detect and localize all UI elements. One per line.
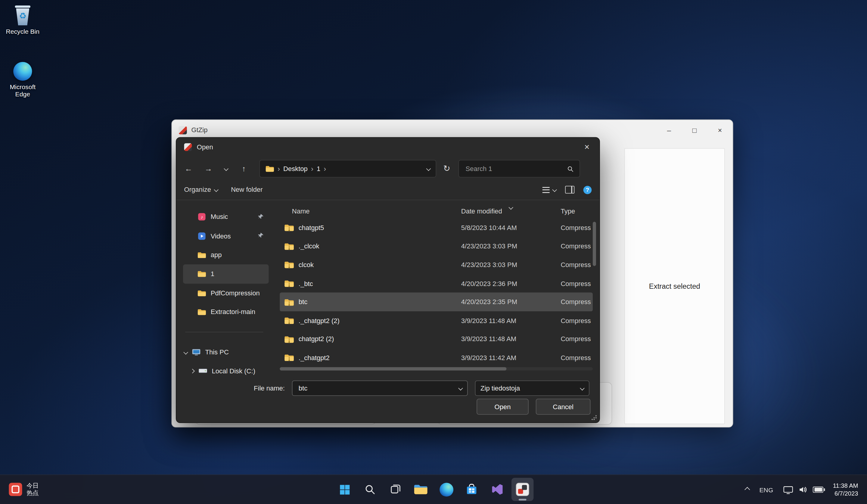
sidebar-item-extractori-main[interactable]: Extractori-main: [183, 303, 269, 322]
sidebar-item-videos[interactable]: Videos: [183, 226, 269, 245]
file-row-dot-chatgpt2-2[interactable]: ._chatgpt2 (2) 3/9/2023 11:48 AM Compres…: [280, 311, 593, 330]
chevron-down-icon[interactable]: [580, 386, 585, 391]
file-row-dot-clcok[interactable]: ._clcok 4/23/2023 3:03 PM Compress: [280, 237, 593, 256]
desktop-icon-edge[interactable]: Microsoft Edge: [4, 62, 41, 98]
column-header-type[interactable]: Type: [560, 207, 593, 215]
sidebar-item-local-disk-c[interactable]: Local Disk (C:): [183, 362, 269, 380]
up-button[interactable]: ↑: [234, 160, 254, 177]
breadcrumb-folder-1[interactable]: 1: [317, 165, 320, 172]
file-explorer-icon: [414, 483, 428, 495]
file-row-dot-chatgpt2[interactable]: ._chatgpt2 3/9/2023 11:42 AM Compress: [280, 348, 593, 367]
task-view-button[interactable]: [384, 478, 406, 501]
search-box[interactable]: [459, 160, 580, 178]
file-name-combobox[interactable]: [292, 380, 468, 396]
search-icon: [364, 483, 376, 495]
sidebar-item-app[interactable]: app: [183, 245, 269, 264]
file-row-clcok[interactable]: clcok 4/23/2023 3:03 PM Compress: [280, 256, 593, 274]
zip-folder-icon: [284, 317, 294, 325]
widget-line1: 今日: [26, 482, 39, 490]
list-view-icon: [543, 187, 550, 193]
file-type-dropdown[interactable]: Zip tiedostoja: [475, 380, 589, 396]
new-folder-label: New folder: [231, 186, 263, 194]
file-name-input[interactable]: [297, 384, 456, 393]
forward-button[interactable]: →: [199, 160, 218, 177]
open-dialog-title: Open: [197, 143, 213, 151]
open-dialog-titlebar[interactable]: Open ×: [176, 138, 599, 156]
sidebar-item-1[interactable]: 1: [183, 264, 269, 283]
edge-button[interactable]: [435, 478, 457, 501]
close-icon[interactable]: ×: [575, 138, 599, 156]
start-button[interactable]: [334, 478, 355, 501]
breadcrumb-chevron[interactable]: ›: [324, 164, 326, 173]
edge-icon: [439, 483, 453, 496]
sidebar-item-pdfcompression[interactable]: PdfCompression: [183, 283, 269, 302]
navigation-sidebar: Music Videos app 1 PdfCompression: [183, 207, 269, 380]
new-folder-button[interactable]: New folder: [231, 186, 263, 194]
desktop-icon-recycle-bin[interactable]: ♻ Recycle Bin: [4, 4, 41, 35]
maximize-button[interactable]: □: [682, 120, 707, 140]
preview-pane-icon[interactable]: [565, 186, 575, 194]
vertical-scrollbar[interactable]: [593, 205, 596, 367]
sidebar-item-music[interactable]: Music: [183, 207, 269, 226]
chevron-down-icon: [552, 187, 557, 192]
file-row-chatgpt2-2[interactable]: chatgpt2 (2) 3/9/2023 11:48 AM Compress: [280, 330, 593, 348]
extract-selected-panel[interactable]: Extract selected: [624, 148, 725, 424]
sidebar-item-this-pc[interactable]: This PC: [183, 343, 269, 362]
store-button[interactable]: [461, 478, 483, 501]
file-row-chatgpt5[interactable]: chatgpt5 5/8/2023 10:44 AM Compress: [280, 218, 593, 237]
close-button[interactable]: ×: [707, 120, 732, 140]
windows-logo-icon: [338, 483, 351, 495]
gtzip-taskbar-button[interactable]: [512, 478, 533, 501]
gtzip-app-icon: [516, 483, 529, 496]
file-row-btc-selected[interactable]: btc 4/20/2023 2:35 PM Compress: [280, 293, 593, 311]
tray-expand-button[interactable]: [742, 479, 753, 500]
column-header-name[interactable]: Name: [284, 207, 461, 215]
desktop-icon-label: Microsoft Edge: [4, 83, 41, 98]
view-mode-button[interactable]: [543, 187, 556, 193]
horizontal-scrollbar-thumb[interactable]: [280, 367, 506, 371]
breadcrumb-chevron[interactable]: ›: [311, 164, 313, 173]
horizontal-scrollbar[interactable]: [280, 367, 593, 371]
chevron-down-icon: [214, 187, 218, 192]
file-explorer-button[interactable]: [410, 478, 432, 501]
recent-locations-button[interactable]: [218, 160, 234, 177]
chevron-down-icon[interactable]: [458, 386, 463, 391]
collapse-chevron-icon[interactable]: [190, 368, 195, 373]
search-input[interactable]: [464, 164, 564, 173]
microsoft-store-icon: [465, 483, 478, 496]
sidebar-divider: [183, 322, 269, 343]
open-button[interactable]: Open: [477, 399, 528, 415]
clock-button[interactable]: 11:38 AM 6/7/2023: [830, 482, 861, 497]
widgets-icon: [9, 483, 22, 496]
back-button[interactable]: ←: [179, 160, 199, 177]
file-row-dot-btc[interactable]: ._btc 4/20/2023 2:36 PM Compress: [280, 274, 593, 293]
file-rows: chatgpt5 5/8/2023 10:44 AM Compress ._cl…: [280, 218, 593, 367]
minimize-button[interactable]: –: [656, 120, 682, 140]
refresh-button[interactable]: ↻: [439, 160, 455, 177]
widgets-button[interactable]: 今日 热点: [3, 477, 44, 502]
videos-icon: [197, 232, 206, 240]
expand-chevron-icon[interactable]: [183, 350, 188, 354]
zip-folder-icon: [284, 224, 294, 232]
recycle-bin-icon: ♻: [13, 4, 32, 25]
system-tray: ENG 11:38 AM 6/7/2023: [742, 475, 867, 504]
cancel-button[interactable]: Cancel: [536, 399, 591, 415]
help-icon[interactable]: ?: [584, 185, 592, 194]
resize-grip[interactable]: [591, 415, 596, 420]
tray-icons-button[interactable]: [779, 479, 827, 500]
folder-icon: [266, 165, 274, 172]
taskbar-search-button[interactable]: [359, 478, 381, 501]
address-bar[interactable]: › Desktop › 1 ›: [259, 160, 436, 178]
file-list: Name Date modified Type chatgpt5 5/8/202…: [280, 205, 593, 367]
visual-studio-button[interactable]: [486, 478, 508, 501]
pin-icon: [257, 213, 264, 221]
music-icon: [197, 213, 206, 221]
address-dropdown-icon[interactable]: [426, 166, 431, 171]
language-button[interactable]: ENG: [756, 479, 777, 500]
organize-button[interactable]: Organize: [184, 186, 218, 194]
zip-folder-icon: [284, 261, 294, 269]
cast-display-icon: [783, 484, 793, 495]
breadcrumb-desktop[interactable]: Desktop: [283, 165, 308, 172]
vertical-scrollbar-thumb[interactable]: [593, 222, 596, 266]
taskbar: 今日 热点: [0, 474, 867, 504]
